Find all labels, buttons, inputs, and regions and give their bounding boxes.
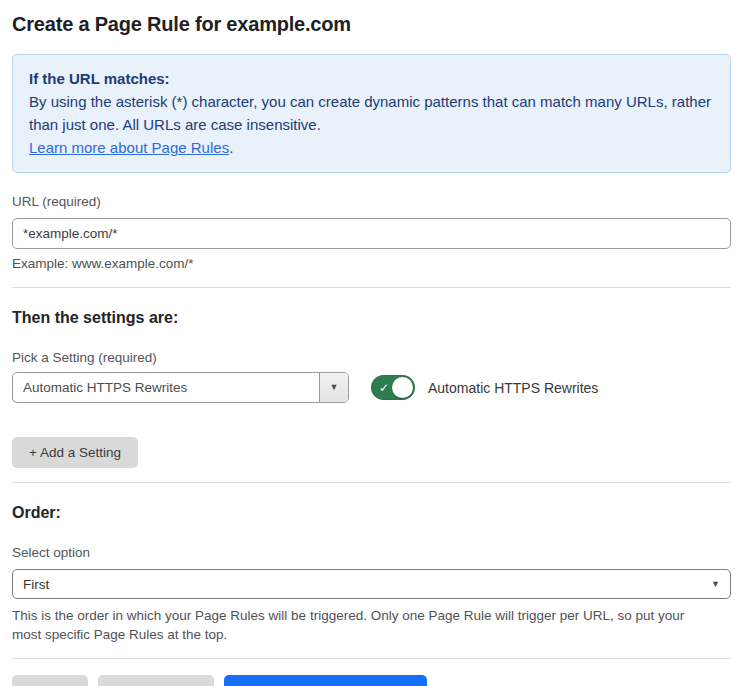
chevron-down-icon: ▼ — [711, 580, 720, 589]
url-input[interactable] — [12, 218, 731, 249]
pick-setting-label: Pick a Setting (required) — [12, 350, 731, 365]
info-box-heading: If the URL matches: — [29, 67, 714, 90]
settings-section-heading: Then the settings are: — [12, 309, 731, 327]
order-helper-text: This is the order in which your Page Rul… — [12, 606, 717, 644]
chevron-down-icon: ▼ — [330, 383, 339, 392]
url-field-label: URL (required) — [12, 194, 731, 209]
toggle-knob — [392, 377, 413, 398]
footer-actions: Cancel Save as Draft Save and Deploy Pag… — [12, 675, 731, 686]
learn-more-link[interactable]: Learn more about Page Rules — [29, 139, 229, 156]
setting-row: Automatic HTTPS Rewrites ▼ ✓ Automatic H… — [12, 372, 731, 403]
cancel-button[interactable]: Cancel — [12, 675, 88, 686]
https-rewrites-toggle[interactable]: ✓ — [371, 375, 415, 400]
info-box-body: By using the asterisk (*) character, you… — [29, 90, 714, 136]
order-select[interactable]: First ▼ — [12, 569, 731, 599]
toggle-label: Automatic HTTPS Rewrites — [428, 380, 598, 396]
setting-dropdown[interactable]: Automatic HTTPS Rewrites ▼ — [12, 372, 349, 403]
page-title: Create a Page Rule for example.com — [12, 13, 731, 36]
order-select-value: First — [23, 577, 49, 592]
url-example-helper: Example: www.example.com/* — [12, 256, 731, 271]
url-matches-info-box: If the URL matches: By using the asteris… — [12, 54, 731, 173]
info-box-link-line: Learn more about Page Rules. — [29, 136, 714, 159]
divider — [12, 658, 731, 659]
setting-dropdown-arrow-button[interactable]: ▼ — [319, 373, 348, 402]
create-page-rule-panel: Create a Page Rule for example.com If th… — [0, 0, 743, 686]
select-option-label: Select option — [12, 545, 731, 560]
divider — [12, 482, 731, 483]
check-icon: ✓ — [379, 380, 389, 394]
divider — [12, 287, 731, 288]
add-setting-button[interactable]: + Add a Setting — [12, 437, 138, 468]
setting-dropdown-value: Automatic HTTPS Rewrites — [13, 373, 319, 402]
save-as-draft-button[interactable]: Save as Draft — [98, 675, 214, 686]
link-suffix: . — [229, 139, 233, 156]
save-and-deploy-button[interactable]: Save and Deploy Page Rule — [224, 675, 428, 686]
order-section-heading: Order: — [12, 504, 731, 522]
